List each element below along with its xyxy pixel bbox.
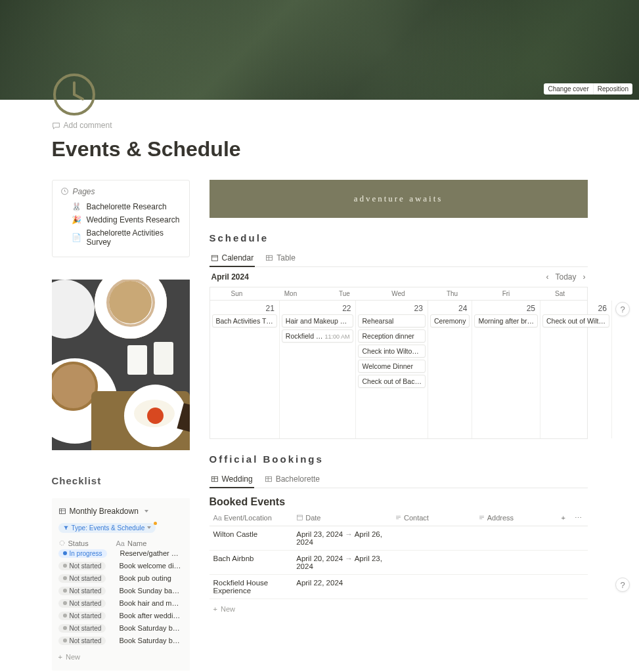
- checklist-row[interactable]: Not startedBook Sunday bach to: [58, 585, 183, 597]
- svg-rect-8: [211, 255, 217, 261]
- svg-rect-19: [297, 515, 303, 520]
- date-cell: April 23, 2024→April 26, 2024: [292, 526, 391, 550]
- bookings-table-title: Booked Events: [209, 496, 588, 508]
- table-row[interactable]: Bach AirbnbApril 20, 2024→April 23, 2024: [209, 550, 588, 574]
- page-emoji-icon: 📄: [72, 233, 81, 242]
- checklist-row[interactable]: Not startedBook hair and makeup: [58, 597, 183, 610]
- table-icon: [58, 507, 66, 515]
- checklist-row[interactable]: In progressReserve/gather wedd: [58, 547, 183, 560]
- calendar-month: April 2024: [211, 272, 249, 282]
- calendar-event[interactable]: Welcome Dinner: [358, 360, 425, 373]
- calendar-cell[interactable]: 24Ceremony: [428, 301, 472, 438]
- calendar-event[interactable]: Rockfield …11:00 AM: [282, 329, 354, 343]
- page-title: Events & Schedule: [52, 137, 588, 161]
- add-booking-button[interactable]: + New: [209, 602, 588, 616]
- tab-label: Bachelorette: [276, 474, 320, 484]
- tab-label: Table: [276, 253, 296, 262]
- contact-cell: [391, 574, 474, 598]
- calendar-day-header: Thu: [426, 287, 479, 301]
- calendar-event[interactable]: Check into Wilto…: [358, 345, 425, 358]
- page-link-label: Bachelorette Activities Survey: [87, 228, 181, 247]
- page-link-label: Bachelorette Research: [87, 202, 167, 211]
- calendar-event[interactable]: Bach Activities T…: [212, 314, 277, 327]
- change-cover-button[interactable]: Change cover: [544, 83, 592, 94]
- calendar-date: 24: [430, 303, 470, 314]
- svg-rect-10: [267, 255, 273, 261]
- page-icon[interactable]: [52, 72, 97, 117]
- checklist-row[interactable]: Not startedBook Saturday bach a: [58, 622, 183, 635]
- calendar-date: 26: [542, 303, 609, 314]
- calendar-cell[interactable]: 22Hair and Makeup …Rockfield …11:00 AM: [280, 301, 357, 438]
- calendar-event[interactable]: Reception dinner: [358, 329, 425, 343]
- calendar-day-header: Mon: [264, 287, 318, 301]
- col-address[interactable]: Address: [474, 511, 558, 526]
- page-link-label: Wedding Events Research: [87, 215, 180, 224]
- page-link[interactable]: 📄Bachelorette Activities Survey: [60, 226, 181, 249]
- address-cell: [474, 550, 558, 574]
- checklist-row[interactable]: Not startedBook Saturday bach d: [58, 635, 183, 647]
- svg-line-2: [74, 94, 83, 99]
- cal-today-button[interactable]: Today: [555, 272, 576, 282]
- comment-icon: [52, 121, 60, 130]
- calendar-cell[interactable]: 26Check out of Wilt…: [540, 301, 612, 438]
- address-cell: [474, 574, 558, 598]
- table-row[interactable]: Wilton CastleApril 23, 2024→April 26, 20…: [209, 526, 588, 550]
- col-event[interactable]: Aa Event/Location: [209, 511, 293, 526]
- calendar-event[interactable]: Check out of Bac…: [358, 375, 425, 388]
- page-link[interactable]: 🎉Wedding Events Research: [60, 213, 181, 226]
- bookings-tabs: WeddingBachelorette: [209, 471, 588, 488]
- calendar-cell[interactable]: 21Bach Activities T…: [210, 301, 280, 438]
- calendar-event[interactable]: Morning after br…: [474, 314, 538, 327]
- status-column-header[interactable]: Status: [58, 539, 103, 547]
- calendar-cell[interactable]: 27: [612, 301, 630, 438]
- calendar-event[interactable]: Hair and Makeup …: [282, 314, 354, 327]
- filter-indicator: [154, 522, 157, 525]
- status-pill: Not started: [58, 574, 106, 583]
- checklist-title: Checklist: [52, 475, 190, 486]
- view-selector[interactable]: Monthly Breakdown: [58, 505, 148, 518]
- event-cell: Rockfield House Experience: [209, 574, 293, 598]
- help-button[interactable]: ?: [615, 578, 630, 592]
- calendar-event[interactable]: Check out of Wilt…: [542, 314, 609, 327]
- add-checklist-item[interactable]: + New: [58, 650, 183, 664]
- calendar-date: 23: [358, 303, 425, 314]
- page-emoji-icon: 🐰: [72, 202, 81, 211]
- contact-cell: [391, 550, 474, 574]
- filter-pill[interactable]: Type: Events & Schedule: [58, 523, 156, 533]
- checklist-item-name: Book pub outing: [119, 574, 183, 582]
- table-row[interactable]: Rockfield House ExperienceApril 22, 2024: [209, 574, 588, 598]
- tab-table[interactable]: Table: [264, 250, 297, 266]
- tab-wedding[interactable]: Wedding: [209, 471, 254, 488]
- status-pill: Not started: [58, 637, 106, 645]
- cal-prev-button[interactable]: ‹: [546, 272, 548, 282]
- add-column-button[interactable]: +: [557, 511, 571, 526]
- add-comment-button[interactable]: Add comment: [52, 121, 112, 130]
- checklist-row[interactable]: Not startedBook welcome dinner: [58, 560, 183, 572]
- status-pill: Not started: [58, 562, 106, 570]
- cal-next-button[interactable]: ›: [583, 272, 586, 282]
- status-pill: Not started: [58, 612, 106, 620]
- tab-label: Calendar: [222, 253, 254, 262]
- checklist-row[interactable]: Not startedBook after wedding b: [58, 610, 183, 622]
- page-link[interactable]: 🐰Bachelorette Research: [60, 200, 181, 213]
- calendar-event[interactable]: Ceremony: [430, 314, 470, 327]
- address-cell: [474, 526, 558, 550]
- tab-calendar[interactable]: Calendar: [209, 250, 255, 267]
- col-contact[interactable]: Contact: [391, 511, 474, 526]
- reposition-button[interactable]: Reposition: [593, 83, 632, 94]
- calendar-cell[interactable]: 23RehearsalReception dinnerCheck into Wi…: [356, 301, 428, 438]
- name-column-header[interactable]: Aa Name: [116, 539, 147, 547]
- table-more-button[interactable]: ⋯: [571, 511, 588, 526]
- checklist-row[interactable]: Not startedBook pub outing: [58, 572, 183, 585]
- cover-actions: Change cover Reposition: [544, 83, 632, 94]
- calendar-date: 21: [212, 303, 277, 314]
- checklist-item-name: Book hair and makeup: [119, 599, 183, 607]
- bookings-table: Aa Event/Location Date Contact Address +…: [209, 511, 588, 599]
- col-date[interactable]: Date: [292, 511, 391, 526]
- help-button[interactable]: ?: [615, 302, 630, 316]
- tab-bachelorette[interactable]: Bachelorette: [263, 471, 321, 488]
- calendar-event[interactable]: Rehearsal: [358, 314, 425, 327]
- table-icon: [265, 475, 273, 483]
- date-cell: April 20, 2024→April 23, 2024: [292, 550, 391, 574]
- calendar-cell[interactable]: 25Morning after br…: [472, 301, 540, 438]
